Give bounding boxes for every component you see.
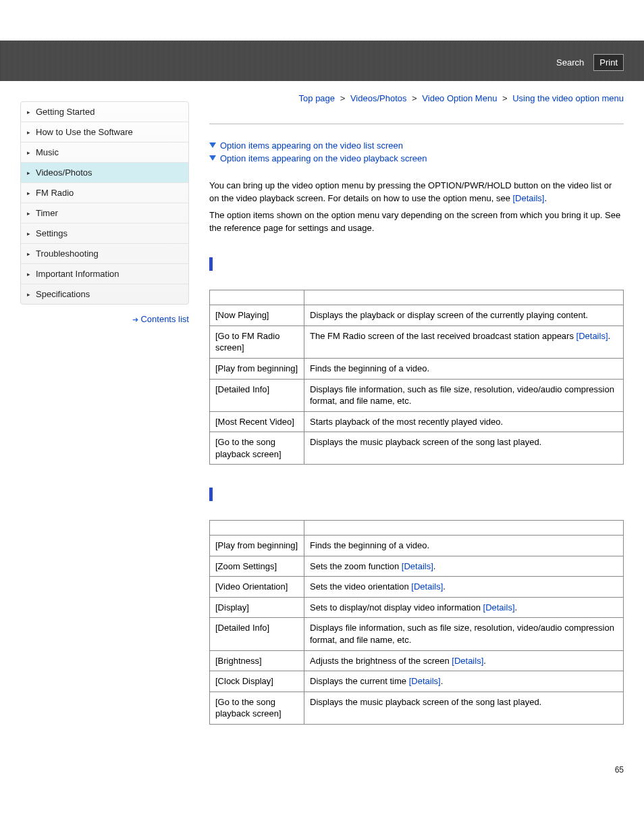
table2-item-desc: Adjusts the brightness of the screen [De… [304,650,624,671]
table1-item-name: [Most Recent Video] [210,411,304,432]
header-controls: Search Print [551,54,624,71]
section-marker-1 [209,257,213,271]
sidebar-item-important-information[interactable]: Important Information [21,264,188,284]
table1-item-name: [Detailed Info] [210,379,304,411]
table2-item-desc: Sets the zoom function [Details]. [304,556,624,577]
search-button[interactable]: Search [551,55,589,70]
table-row: [Play from beginning]Finds the beginning… [210,359,624,380]
breadcrumb-link[interactable]: Videos/Photos [350,93,407,103]
details-link[interactable]: [Details] [409,676,441,686]
table1-item-desc: Displays file information, such as file … [304,379,624,411]
details-link[interactable]: [Details] [411,581,443,592]
details-link[interactable]: [Details] [513,193,545,203]
breadcrumb-link[interactable]: Top page [299,93,336,103]
table-row: [Brightness]Adjusts the brightness of th… [210,650,624,671]
table1-item-name: [Now Playing] [210,305,304,326]
table2-item-desc: Displays the music playback screen of th… [304,692,624,724]
intro-paragraph-2: The option items shown on the option men… [209,209,624,235]
details-link[interactable]: [Details] [452,656,483,666]
table2-item-name: [Zoom Settings] [210,556,304,577]
anchor-link-playback-screen[interactable]: Option items appearing on the video play… [209,153,624,163]
table2-item-desc: Sets the video orientation [Details]. [304,577,624,598]
table1-head-0 [210,290,304,305]
header-band: Search Print [0,41,644,81]
details-link[interactable]: [Details] [483,602,515,613]
table2-item-name: [Video Orientation] [210,577,304,598]
table-row: [Video Orientation]Sets the video orient… [210,577,624,598]
table2-item-name: [Clock Display] [210,671,304,692]
option-table-list-screen: [Now Playing]Displays the playback or di… [209,290,624,465]
table2-item-name: [Brightness] [210,650,304,671]
table-row: [Clock Display]Displays the current time… [210,671,624,692]
intro-text-1a: You can bring up the video option menu b… [209,180,612,203]
table-row: [Detailed Info]Displays file information… [210,618,624,650]
print-button[interactable]: Print [593,54,624,71]
table2-body: [Play from beginning]Finds the beginning… [210,536,624,724]
intro-paragraph-1: You can bring up the video option menu b… [209,180,624,205]
intro-text-1b: . [544,193,547,203]
option-table-playback-screen: [Play from beginning]Finds the beginning… [209,520,624,724]
breadcrumb-current: Using the video option menu [512,93,624,103]
sidebar-item-music[interactable]: Music [21,142,188,163]
section-marker-2 [209,488,213,501]
table2-item-name: [Display] [210,597,304,618]
table-row: [Go to the song playback screen]Displays… [210,692,624,724]
table1-item-desc: The FM Radio screen of the last received… [304,325,624,358]
table-row: [Zoom Settings]Sets the zoom function [D… [210,556,624,577]
sidebar-item-how-to-use-the-software[interactable]: How to Use the Software [21,122,188,142]
table1-item-desc: Starts playback of the most recently pla… [304,411,624,432]
table2-item-name: [Detailed Info] [210,618,304,650]
table-row: [Play from beginning]Finds the beginning… [210,536,624,556]
main-content: Top page > Videos/Photos > Video Option … [209,88,624,775]
table2-item-desc: Sets to display/not display video inform… [304,597,624,618]
table1-head-1 [304,290,624,305]
sidebar-item-getting-started[interactable]: Getting Started [21,102,188,122]
table-row: [Go to the song playback screen]Displays… [210,432,624,465]
table1-item-desc: Displays the music playback screen of th… [304,432,624,465]
page-number: 65 [209,765,624,775]
sidebar-item-specifications[interactable]: Specifications [21,284,188,304]
anchor-link-list-screen[interactable]: Option items appearing on the video list… [209,140,624,151]
breadcrumb-separator: > [410,93,420,103]
table1-item-name: [Go to FM Radio screen] [210,325,304,358]
table-row: [Go to FM Radio screen]The FM Radio scre… [210,325,624,358]
sidebar-item-fm-radio[interactable]: FM Radio [21,183,188,203]
details-link[interactable]: [Details] [402,561,433,571]
table1-item-name: [Go to the song playback screen] [210,432,304,465]
table1-item-desc: Finds the beginning of a video. [304,359,624,380]
table2-item-desc: Displays the current time [Details]. [304,671,624,692]
table2-item-desc: Finds the beginning of a video. [304,536,624,556]
table1-item-name: [Play from beginning] [210,359,304,380]
sidebar-item-troubleshooting[interactable]: Troubleshooting [21,244,188,264]
table2-item-desc: Displays file information, such as file … [304,618,624,650]
contents-list-link[interactable]: Contents list [20,314,189,324]
table2-item-name: [Play from beginning] [210,536,304,556]
table-row: [Detailed Info]Displays file information… [210,379,624,411]
anchor-links: Option items appearing on the video list… [209,140,624,163]
table-row: [Display]Sets to display/not display vid… [210,597,624,618]
breadcrumb: Top page > Videos/Photos > Video Option … [209,93,624,103]
nav-list: Getting StartedHow to Use the SoftwareMu… [20,101,189,305]
divider [209,124,624,124]
sidebar-item-timer[interactable]: Timer [21,203,188,224]
sidebar: Getting StartedHow to Use the SoftwareMu… [20,101,189,775]
sidebar-item-settings[interactable]: Settings [21,224,188,244]
breadcrumb-link[interactable]: Video Option Menu [422,93,497,103]
details-link[interactable]: [Details] [576,331,608,341]
breadcrumb-separator: > [500,93,510,103]
table-row: [Now Playing]Displays the playback or di… [210,305,624,326]
table1-item-desc: Displays the playback or display screen … [304,305,624,326]
table-row: [Most Recent Video]Starts playback of th… [210,411,624,432]
table2-head-0 [210,521,304,536]
table2-head-1 [304,521,624,536]
table2-item-name: [Go to the song playback screen] [210,692,304,724]
breadcrumb-separator: > [338,93,348,103]
table1-body: [Now Playing]Displays the playback or di… [210,305,624,465]
sidebar-item-videos-photos[interactable]: Videos/Photos [21,163,188,183]
